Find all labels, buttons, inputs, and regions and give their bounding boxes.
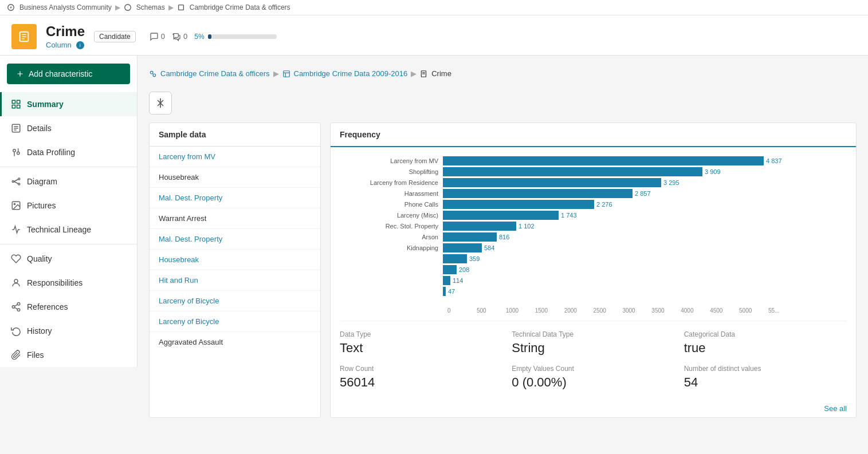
bar-track: 3 295 xyxy=(443,178,680,187)
x-tick: 4500 xyxy=(710,307,739,314)
sidebar-item-files[interactable]: Files xyxy=(0,343,137,367)
bar-fill xyxy=(443,265,457,274)
sidebar-item-quality[interactable]: Quality xyxy=(0,247,137,271)
stat-label: Data Type xyxy=(340,330,502,338)
sample-item[interactable]: Housebreak xyxy=(150,250,320,270)
sidebar: Add characteristic Summary Details xyxy=(0,56,138,367)
svg-rect-9 xyxy=(12,105,15,108)
content-panels: Sample data Larceny from MVHousebreakMal… xyxy=(149,123,857,418)
progress-bar-fill xyxy=(208,34,211,39)
quality-icon xyxy=(11,254,21,264)
bar-track: 584 xyxy=(443,243,494,252)
sample-item[interactable]: Mal. Dest. Property xyxy=(150,229,320,250)
bar-value: 4 837 xyxy=(766,157,782,164)
sample-item[interactable]: Warrant Arrest xyxy=(150,208,320,229)
sub-breadcrumb-part2[interactable]: Cambridge Crime Data 2009-2016 xyxy=(294,69,408,78)
x-tick: 3500 xyxy=(651,307,681,314)
sample-item[interactable]: Larceny from MV xyxy=(150,147,320,167)
sidebar-item-references[interactable]: References xyxy=(0,295,137,319)
bar-value: 1 743 xyxy=(561,212,577,219)
sample-data-list: Larceny from MVHousebreakMal. Dest. Prop… xyxy=(150,147,320,352)
pictures-icon xyxy=(11,200,21,211)
bar-fill xyxy=(443,167,702,176)
bar-fill xyxy=(443,254,467,263)
sample-data-panel: Sample data Larceny from MVHousebreakMal… xyxy=(149,123,321,418)
bar-value: 2 276 xyxy=(596,201,612,208)
sidebar-item-diagram[interactable]: Diagram xyxy=(0,169,137,194)
bar-row: Arson 816 xyxy=(340,232,847,242)
sidebar-item-summary[interactable]: Summary xyxy=(0,92,137,116)
comments-count[interactable]: 0 xyxy=(150,32,165,41)
bar-row: Phone Calls 2 276 xyxy=(340,200,847,209)
bar-value: 816 xyxy=(499,234,509,240)
frequency-panel: Frequency Larceny from MV 4 837 Shoplift… xyxy=(330,123,857,418)
bar-track: 816 xyxy=(443,232,509,242)
svg-line-22 xyxy=(14,179,18,181)
svg-point-29 xyxy=(17,309,20,311)
sidebar-item-details[interactable]: Details xyxy=(0,116,137,140)
bar-fill xyxy=(443,243,482,252)
bar-value: 2 857 xyxy=(635,190,651,197)
sample-item[interactable]: Housebreak xyxy=(150,167,320,188)
see-all-link[interactable]: See all xyxy=(824,404,847,413)
svg-rect-2 xyxy=(178,5,183,10)
sample-item[interactable]: Aggravated Assault xyxy=(150,332,320,352)
bar-value: 3 909 xyxy=(705,168,721,175)
breadcrumb-dataset[interactable]: Cambridge Crime Data & officers xyxy=(190,3,290,11)
svg-point-15 xyxy=(13,149,16,152)
stat-item: Technical Data Type String xyxy=(512,330,674,356)
profiling-icon xyxy=(11,147,21,157)
bar-track: 4 837 xyxy=(443,156,782,165)
nav-divider-2 xyxy=(0,244,137,244)
sub-breadcrumb-part1[interactable]: Cambridge Crime Data & officers xyxy=(160,69,270,78)
sample-item[interactable]: Larceny of Bicycle xyxy=(150,311,320,332)
sidebar-item-pictures[interactable]: Pictures xyxy=(0,194,137,218)
bar-row: 114 xyxy=(340,276,847,285)
progress-label: 5% xyxy=(194,33,204,41)
sidebar-item-responsibilities[interactable]: Responsibilities xyxy=(0,271,137,295)
stat-item: Number of distinct values 54 xyxy=(684,365,847,390)
x-tick: 1500 xyxy=(535,307,564,314)
progress-wrap: 5% xyxy=(194,33,276,41)
svg-point-1 xyxy=(124,5,131,11)
sidebar-item-data-profiling[interactable]: Data Profiling xyxy=(0,140,137,164)
candidate-badge: Candidate xyxy=(94,31,136,42)
bar-value: 359 xyxy=(469,255,480,262)
svg-rect-7 xyxy=(12,100,15,103)
breadcrumb-community[interactable]: Business Analysts Community xyxy=(19,3,112,11)
bar-value: 208 xyxy=(459,266,469,273)
bar-value: 114 xyxy=(453,277,463,284)
sidebar-item-technical-lineage[interactable]: Technical Lineage xyxy=(0,218,137,242)
bar-row: Harassment 2 857 xyxy=(340,189,847,198)
frequency-header: Frequency xyxy=(331,123,856,147)
sidebar-wrap: Add characteristic Summary Details xyxy=(0,56,138,448)
bar-label: Harassment xyxy=(340,190,443,197)
info-icon[interactable]: i xyxy=(76,41,84,49)
svg-line-23 xyxy=(14,181,18,184)
sample-item[interactable]: Hit and Run xyxy=(150,270,320,291)
bar-track: 2 857 xyxy=(443,189,651,198)
top-breadcrumb: Business Analysts Community ▶ Schemas ▶ … xyxy=(0,0,868,15)
add-characteristic-button[interactable]: Add characteristic xyxy=(7,64,130,84)
breadcrumb-schemas[interactable]: Schemas xyxy=(136,3,165,11)
sample-item[interactable]: Larceny of Bicycle xyxy=(150,291,320,311)
stat-value: 56014 xyxy=(340,375,502,390)
see-all-wrap: See all xyxy=(331,399,856,417)
bar-track: 208 xyxy=(443,265,469,274)
x-tick: 4000 xyxy=(681,307,710,314)
chat-count[interactable]: 0 xyxy=(172,32,187,41)
svg-point-16 xyxy=(17,152,20,155)
sidebar-navigation: Summary Details Data Profiling xyxy=(0,92,137,367)
stats-grid: Data Type Text Technical Data Type Strin… xyxy=(340,321,847,390)
bar-label: Rec. Stol. Property xyxy=(340,223,443,230)
sample-item[interactable]: Mal. Dest. Property xyxy=(150,188,320,208)
svg-rect-8 xyxy=(17,100,20,103)
main-content: Cambridge Crime Data & officers ▶ Cambri… xyxy=(138,56,868,448)
diagram-icon xyxy=(11,176,21,187)
tool-icon-button[interactable] xyxy=(149,92,172,115)
references-icon xyxy=(11,302,21,312)
stat-value: 0 (0.00%) xyxy=(512,375,674,390)
bar-fill xyxy=(443,211,559,220)
history-icon xyxy=(11,326,21,336)
sidebar-item-history[interactable]: History xyxy=(0,319,137,343)
